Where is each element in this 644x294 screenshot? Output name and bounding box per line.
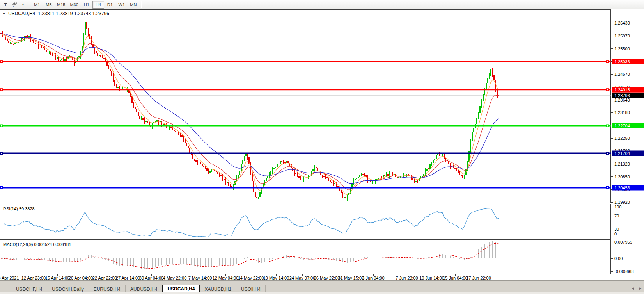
svg-text:1.23796: 1.23796 [614, 93, 630, 98]
svg-text:12 Apr 23:00: 12 Apr 23:00 [21, 276, 46, 280]
svg-text:70: 70 [614, 214, 619, 218]
timeframe-button-m30[interactable]: M30 [67, 1, 80, 9]
text-tool-button[interactable]: T [2, 1, 9, 8]
svg-text:20 Apr 04:00: 20 Apr 04:00 [69, 276, 93, 280]
svg-text:3 Jun 04:00: 3 Jun 04:00 [362, 276, 385, 280]
svg-text:8 Apr 2021: 8 Apr 2021 [0, 276, 19, 280]
chart-title: ▼ USDCAD,H4 1.23811 1.23819 1.23743 1.23… [2, 11, 109, 16]
timeframe-button-h4[interactable]: H4 [92, 1, 104, 9]
timeframe-button-m5[interactable]: M5 [43, 1, 55, 9]
timeframe-button-d1[interactable]: D1 [104, 1, 116, 9]
timeframe-button-m15[interactable]: M15 [55, 1, 67, 9]
chart-tab-usdcnh[interactable]: USDCNH,Daily [47, 285, 89, 293]
svg-text:1.25970: 1.25970 [614, 34, 630, 38]
svg-text:-0.005663: -0.005663 [614, 269, 634, 274]
svg-text:19 May 14:00: 19 May 14:00 [263, 276, 289, 280]
svg-text:30: 30 [614, 227, 619, 232]
svg-text:12 May 04:00: 12 May 04:00 [213, 276, 239, 280]
timeframe-button-mn[interactable]: MN [128, 1, 139, 9]
cursor-tools-dropdown[interactable]: ▼ [19, 1, 27, 8]
svg-text:10 Jun 14:00: 10 Jun 14:00 [419, 276, 444, 280]
timeframe-button-m1[interactable]: M1 [31, 1, 43, 9]
tab-scroll-left-icon[interactable]: ◄ [631, 286, 635, 291]
chart-symbol-period: USDCAD,H4 [8, 11, 35, 16]
svg-text:1.21704: 1.21704 [614, 151, 630, 156]
chart-tab-usoil[interactable]: USOil,H4 [236, 285, 266, 293]
window-bottom-edge [0, 292, 644, 294]
rsi-label: RSI(14) 59.3828 [3, 207, 35, 211]
chart-tab-usdchf[interactable]: USDCHF,H4 [11, 285, 47, 293]
svg-text:1.22704: 1.22704 [614, 123, 630, 128]
chart-area[interactable]: ▼ USDCAD,H4 1.23811 1.23819 1.23743 1.23… [0, 9, 644, 280]
chart-menu-icon[interactable]: ▼ [2, 12, 5, 16]
svg-text:22 Apr 22:00: 22 Apr 22:00 [92, 276, 117, 280]
svg-text:1.24570: 1.24570 [614, 72, 630, 77]
timeframe-group: M1M5M15M30H1H4D1W1MN [31, 1, 139, 9]
timeframe-button-w1[interactable]: W1 [116, 1, 128, 9]
svg-text:15 Apr 14:00: 15 Apr 14:00 [45, 276, 69, 280]
tab-scroll-buttons: ◄ ► [631, 286, 642, 291]
svg-text:31 May 15:00: 31 May 15:00 [338, 276, 364, 280]
svg-text:1.19920: 1.19920 [614, 200, 630, 205]
svg-text:1.26430: 1.26430 [614, 21, 630, 25]
svg-text:14 May 22:00: 14 May 22:00 [238, 276, 264, 280]
svg-text:0.007959: 0.007959 [614, 240, 632, 244]
chart-ohlc-values: 1.23811 1.23819 1.23743 1.23796 [38, 11, 109, 16]
svg-text:100: 100 [614, 205, 621, 209]
svg-text:1.22250: 1.22250 [614, 136, 630, 141]
svg-text:1.21320: 1.21320 [614, 162, 630, 166]
svg-text:1.25036: 1.25036 [614, 59, 630, 64]
svg-text:30 Apr 04:00: 30 Apr 04:00 [139, 276, 163, 280]
svg-text:1.24013: 1.24013 [614, 87, 630, 92]
chart-tab-eurusd[interactable]: EURUSD,H4 [89, 285, 126, 293]
svg-text:1.25500: 1.25500 [614, 46, 630, 51]
svg-text:1.23180: 1.23180 [614, 110, 630, 115]
svg-text:4 May 22:00: 4 May 22:00 [163, 276, 187, 280]
macd-label: MACD(12,26,9) 0.004524 0.006181 [3, 242, 71, 247]
svg-text:1.20850: 1.20850 [614, 175, 630, 179]
svg-text:0: 0 [614, 232, 617, 236]
cursor-arrows-icon [11, 2, 17, 7]
timeframe-button-h1[interactable]: H1 [81, 1, 92, 9]
tab-scroll-right-icon[interactable]: ► [639, 286, 642, 291]
chart-tab-usdcad[interactable]: USDCAD,H4 [162, 285, 200, 293]
svg-text:7 May 14:00: 7 May 14:00 [188, 276, 212, 280]
cursor-tools-button[interactable] [10, 1, 18, 8]
chart-tab-audusd[interactable]: AUDUSD,H4 [126, 285, 162, 293]
svg-text:27 Apr 14:00: 27 Apr 14:00 [116, 276, 140, 280]
svg-text:7 Jun 23:00: 7 Jun 23:00 [396, 276, 418, 280]
status-band [0, 280, 644, 285]
svg-text:24 May 07:00: 24 May 07:00 [289, 276, 316, 280]
toolbar-separator [29, 1, 29, 8]
chart-tab-xauusd[interactable]: XAUUSD,H1 [200, 285, 236, 293]
svg-text:17 Jun 22:00: 17 Jun 22:00 [466, 276, 491, 280]
toolbar-separator-2 [141, 1, 142, 8]
svg-text:26 May 22:00: 26 May 22:00 [314, 276, 340, 280]
svg-text:15 Jun 04:00: 15 Jun 04:00 [443, 276, 468, 280]
svg-text:0.00: 0.00 [614, 256, 623, 261]
top-toolbar: T ▼ M1M5M15M30H1H4D1W1MN [0, 0, 644, 9]
chevron-down-icon: ▼ [21, 3, 25, 6]
mt4-window: T ▼ M1M5M15M30H1H4D1W1MN ▼ USDCAD,H4 1.2… [0, 0, 644, 294]
svg-text:1.20456: 1.20456 [614, 185, 630, 190]
